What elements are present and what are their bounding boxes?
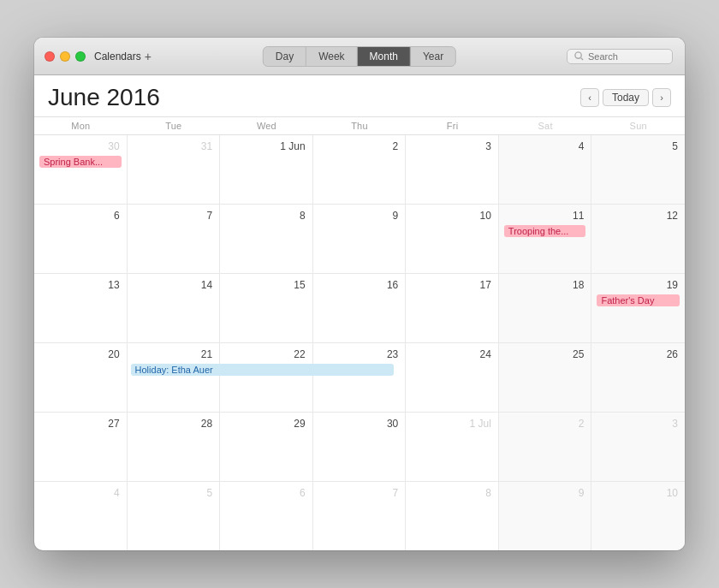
day-cell[interactable]: 24 <box>406 343 499 412</box>
day-cell[interactable]: 1 Jul <box>406 413 499 481</box>
week-row: 20 21 Holiday: Etha Auer 22 23 24 25 <box>34 343 685 413</box>
event-spring-bank[interactable]: Spring Bank... <box>39 156 122 168</box>
day-cell[interactable]: 6 <box>220 482 313 550</box>
day-cell[interactable]: 15 <box>220 274 313 342</box>
day-number: 23 <box>318 347 401 364</box>
day-number: 11 <box>504 208 586 225</box>
day-cell[interactable]: 14 <box>128 274 221 342</box>
day-number: 3 <box>411 139 493 156</box>
event-holiday-etha[interactable]: Holiday: Etha Auer <box>131 364 395 376</box>
day-number: 15 <box>225 277 307 294</box>
day-cell[interactable]: 30 Spring Bank... <box>34 135 128 204</box>
year-view-button[interactable]: Year <box>411 47 455 66</box>
day-cell[interactable]: 4 <box>34 482 128 550</box>
day-cell[interactable]: 8 <box>406 482 499 550</box>
day-number: 19 <box>597 277 680 294</box>
day-number: 31 <box>133 139 215 156</box>
day-cell[interactable]: 20 <box>34 343 128 412</box>
day-cell[interactable]: 31 <box>128 135 221 204</box>
day-cell[interactable]: 2 <box>499 413 592 481</box>
day-number: 30 <box>318 416 401 433</box>
day-cell[interactable]: 7 <box>313 482 407 550</box>
day-cell[interactable]: 4 <box>499 135 592 204</box>
day-number: 5 <box>597 139 680 156</box>
day-cell[interactable]: 19 Father's Day <box>591 274 685 342</box>
month-label: June <box>48 84 100 110</box>
day-number: 20 <box>39 347 122 364</box>
month-view-button[interactable]: Month <box>358 47 411 66</box>
search-input[interactable] <box>588 51 665 62</box>
day-cell[interactable]: 5 <box>128 482 221 550</box>
day-cell[interactable]: 3 <box>591 413 685 481</box>
event-fathers-day[interactable]: Father's Day <box>597 294 680 306</box>
week-row: 6 7 8 9 10 11 Trooping the... <box>34 205 685 274</box>
day-cell[interactable]: 13 <box>34 274 128 342</box>
day-number: 10 <box>411 208 493 225</box>
day-view-button[interactable]: Day <box>264 47 306 66</box>
day-cell[interactable]: 3 <box>406 135 499 204</box>
day-cell[interactable]: 16 <box>313 274 407 342</box>
day-number: 16 <box>318 277 401 294</box>
day-cell[interactable]: 2 <box>313 135 407 204</box>
year-label: 2016 <box>107 84 160 110</box>
day-number: 22 <box>225 347 307 364</box>
day-number: 28 <box>133 416 215 433</box>
next-month-button[interactable]: › <box>652 88 671 107</box>
week-view-button[interactable]: Week <box>306 47 357 66</box>
day-cell[interactable]: 8 <box>220 205 313 273</box>
day-cell[interactable]: 11 Trooping the... <box>499 205 592 273</box>
day-number: 9 <box>504 485 586 502</box>
day-cell[interactable]: 28 <box>128 413 221 481</box>
view-switcher: Day Week Month Year <box>263 46 456 67</box>
day-number: 1 Jun <box>225 139 307 156</box>
svg-point-0 <box>575 52 581 58</box>
day-cell[interactable]: 17 <box>406 274 499 342</box>
day-number: 26 <box>597 347 680 364</box>
day-cell[interactable]: 22 <box>220 343 313 412</box>
today-button[interactable]: Today <box>603 89 649 106</box>
header-mon: Mon <box>34 117 128 134</box>
day-cell[interactable]: 10 <box>406 205 499 273</box>
day-cell[interactable]: 25 <box>499 343 592 412</box>
maximize-button[interactable] <box>75 51 86 62</box>
nav-controls: ‹ Today › <box>580 88 671 107</box>
header-thu: Thu <box>313 117 407 134</box>
day-cell[interactable]: 6 <box>34 205 128 273</box>
day-number: 21 <box>133 347 215 364</box>
day-cell[interactable]: 21 Holiday: Etha Auer <box>128 343 221 412</box>
close-button[interactable] <box>45 51 55 62</box>
day-cell-today[interactable]: 9 <box>313 205 407 273</box>
calendar-grid: Mon Tue Wed Thu Fri Sat Sun 30 Spring Ba… <box>34 116 685 550</box>
add-calendar-button[interactable]: + <box>145 50 152 63</box>
weeks: 30 Spring Bank... 31 1 Jun 2 3 4 <box>34 135 685 550</box>
day-cell[interactable]: 26 <box>591 343 685 412</box>
day-number: 18 <box>504 277 586 294</box>
day-cell[interactable]: 23 <box>313 343 407 412</box>
day-cell[interactable]: 30 <box>313 413 407 481</box>
week-row: 4 5 6 7 8 9 10 <box>34 482 685 550</box>
day-cell[interactable]: 29 <box>220 413 313 481</box>
calendars-button[interactable]: Calendars <box>94 50 141 62</box>
svg-line-1 <box>581 58 583 60</box>
day-cell[interactable]: 9 <box>499 482 592 550</box>
titlebar: Calendars + Day Week Month Year <box>34 38 685 75</box>
minimize-button[interactable] <box>60 51 70 62</box>
day-number: 14 <box>133 277 215 294</box>
day-number: 24 <box>411 347 493 364</box>
search-bar <box>567 49 673 64</box>
day-cell[interactable]: 7 <box>128 205 221 273</box>
day-cell[interactable]: 12 <box>591 205 685 273</box>
day-cell[interactable]: 18 <box>499 274 592 342</box>
day-number: 6 <box>39 208 122 225</box>
event-trooping[interactable]: Trooping the... <box>504 225 586 237</box>
header-wed: Wed <box>220 117 313 134</box>
day-cell[interactable]: 1 Jun <box>220 135 313 204</box>
day-number: 5 <box>133 485 215 502</box>
day-cell[interactable]: 5 <box>591 135 685 204</box>
day-number: 2 <box>504 416 586 433</box>
header-tue: Tue <box>128 117 221 134</box>
prev-month-button[interactable]: ‹ <box>580 88 599 107</box>
calendars-label: Calendars <box>94 50 141 62</box>
day-cell[interactable]: 10 <box>591 482 685 550</box>
day-cell[interactable]: 27 <box>34 413 128 481</box>
